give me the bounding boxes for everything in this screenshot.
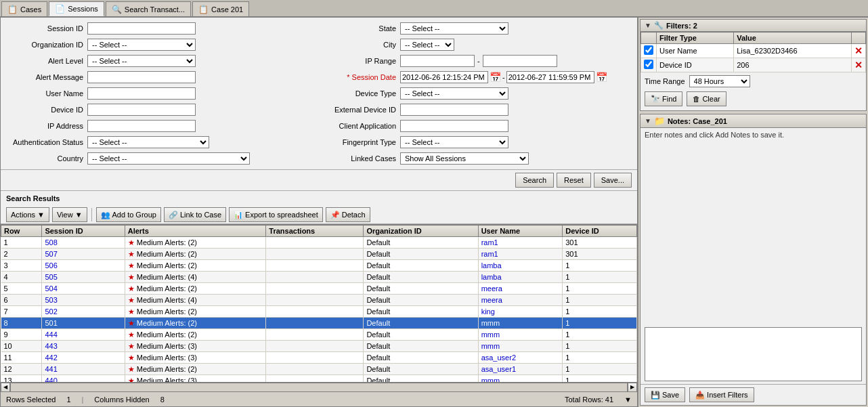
find-button[interactable]: 🔭 Find <box>645 91 682 106</box>
link-to-case-button[interactable]: 🔗 Link to Case <box>164 207 226 222</box>
table-row[interactable]: 5504★ Medium Alerts: (2)Defaultmeera1 <box>1 283 637 295</box>
fingerprint-type-select[interactable]: -- Select -- <box>400 136 508 148</box>
table-row[interactable]: 12441★ Medium Alerts: (2)Defaultasa_user… <box>1 364 637 375</box>
table-row[interactable]: 2507★ Medium Alerts: (2)Defaultram1301 <box>1 249 637 260</box>
form-left-col: Session ID Organization ID -- Select -- … <box>6 20 319 167</box>
table-cell[interactable]: 507 <box>42 249 125 260</box>
actions-button[interactable]: Actions ▼ <box>6 207 49 222</box>
scroll-right-arrow[interactable]: ▶ <box>628 383 637 392</box>
table-cell[interactable]: ram1 <box>478 249 563 260</box>
tab-case201[interactable]: 📋 Case 201 <box>192 1 249 16</box>
clear-button[interactable]: 🗑 Clear <box>687 91 726 106</box>
notes-save-button[interactable]: 💾 Save <box>645 387 685 402</box>
linked-cases-select[interactable]: Show All Sessions <box>400 152 529 165</box>
table-cell[interactable]: 442 <box>42 352 125 364</box>
filter-checkbox[interactable] <box>644 45 653 55</box>
col-session-id[interactable]: Session ID <box>42 226 125 237</box>
ip-range-from[interactable] <box>400 55 475 67</box>
filter-remove-icon[interactable]: ✕ <box>854 45 863 56</box>
table-cell <box>266 306 364 318</box>
table-row[interactable]: 11442★ Medium Alerts: (3)Defaultasa_user… <box>1 352 637 364</box>
org-id-select[interactable]: -- Select -- <box>87 39 196 51</box>
table-cell[interactable]: king <box>478 306 563 318</box>
table-row[interactable]: 6503★ Medium Alerts: (4)Defaultmeera1 <box>1 295 637 306</box>
table-cell[interactable]: 504 <box>42 283 125 295</box>
table-row[interactable]: 3506★ Medium Alerts: (2)Defaultlamba1 <box>1 260 637 272</box>
col-transactions[interactable]: Transactions <box>266 226 364 237</box>
col-org-id[interactable]: Organization ID <box>364 226 478 237</box>
table-cell[interactable]: 440 <box>42 375 125 383</box>
save-button[interactable]: Save... <box>594 173 632 188</box>
h-scroll-track[interactable] <box>10 383 628 392</box>
table-row[interactable]: 1508★ Medium Alerts: (2)Defaultram1301 <box>1 237 637 249</box>
add-to-group-button[interactable]: 👥 Add to Group <box>96 207 161 222</box>
state-select[interactable]: -- Select -- <box>400 22 508 35</box>
table-row[interactable]: 10443★ Medium Alerts: (3)Defaultmmm1 <box>1 341 637 352</box>
country-select[interactable]: -- Select -- <box>87 152 250 165</box>
date-to-input[interactable] <box>506 71 594 83</box>
table-cell[interactable]: meera <box>478 283 563 295</box>
table-cell[interactable]: lamba <box>478 260 563 272</box>
date-from-input[interactable] <box>400 71 488 83</box>
view-button[interactable]: View ▼ <box>52 207 87 222</box>
table-cell[interactable]: asa_user1 <box>478 364 563 375</box>
insert-filters-button[interactable]: 📥 Insert Filters <box>689 387 754 402</box>
date-from-calendar-icon[interactable]: 📅 <box>490 72 501 83</box>
external-device-id-input[interactable] <box>400 104 508 116</box>
table-cell[interactable]: 444 <box>42 329 125 341</box>
ip-address-input[interactable] <box>87 120 196 132</box>
table-cell[interactable]: 441 <box>42 364 125 375</box>
user-name-input[interactable] <box>87 87 196 100</box>
table-cell[interactable]: ram1 <box>478 237 563 249</box>
results-table-container[interactable]: Row Session ID Alerts Transactions Organ… <box>1 224 637 382</box>
table-cell[interactable]: mmm <box>478 329 563 341</box>
table-cell[interactable]: asa_user2 <box>478 352 563 364</box>
ip-range-to[interactable] <box>483 55 557 67</box>
filters-collapse-btn[interactable]: ▼ <box>645 22 651 29</box>
device-type-select[interactable]: -- Select -- <box>400 87 508 100</box>
table-cell[interactable]: 503 <box>42 295 125 306</box>
filter-remove-icon[interactable]: ✕ <box>854 60 863 70</box>
table-row[interactable]: 7502★ Medium Alerts: (2)Defaultking1 <box>1 306 637 318</box>
table-cell[interactable]: 506 <box>42 260 125 272</box>
table-row[interactable]: 8501★ Medium Alerts: (2)Defaultmmm1 <box>1 318 637 329</box>
filter-checkbox[interactable] <box>644 60 653 69</box>
notes-textarea[interactable] <box>645 327 862 381</box>
scroll-down-icon[interactable]: ▼ <box>624 395 632 404</box>
tab-sessions[interactable]: 📄 Sessions <box>49 1 104 16</box>
search-button[interactable]: Search <box>515 173 554 188</box>
export-button[interactable]: 📊 Export to spreadsheet <box>229 207 323 222</box>
table-cell[interactable]: lamba <box>478 272 563 283</box>
table-cell[interactable]: 502 <box>42 306 125 318</box>
table-cell[interactable]: mmm <box>478 375 563 383</box>
date-to-calendar-icon[interactable]: 📅 <box>596 72 607 83</box>
scroll-left-arrow[interactable]: ◀ <box>1 383 10 392</box>
device-id-input[interactable] <box>87 104 196 116</box>
bottom-scroll[interactable]: ◀ ▶ <box>1 382 637 391</box>
session-id-input[interactable] <box>87 22 196 35</box>
table-cell[interactable]: meera <box>478 295 563 306</box>
tab-search-transactions[interactable]: 🔍 Search Transact... <box>106 1 191 16</box>
table-cell[interactable]: 508 <box>42 237 125 249</box>
table-cell[interactable]: mmm <box>478 318 563 329</box>
client-app-input[interactable] <box>400 120 508 132</box>
tab-cases[interactable]: 📋 Cases <box>1 1 47 16</box>
col-alerts[interactable]: Alerts <box>125 226 266 237</box>
table-cell[interactable]: mmm <box>478 341 563 352</box>
notes-collapse-btn[interactable]: ▼ <box>645 117 651 125</box>
col-user-name[interactable]: User Name <box>478 226 563 237</box>
auth-status-select[interactable]: -- Select -- <box>87 136 209 148</box>
alert-message-input[interactable] <box>87 71 196 83</box>
time-range-select[interactable]: 48 Hours <box>689 75 750 87</box>
table-cell[interactable]: 443 <box>42 341 125 352</box>
col-device-id[interactable]: Device ID <box>563 226 637 237</box>
city-select[interactable]: -- Select -- <box>400 39 454 51</box>
table-row[interactable]: 4505★ Medium Alerts: (4)Defaultlamba1 <box>1 272 637 283</box>
table-row[interactable]: 9444★ Medium Alerts: (2)Defaultmmm1 <box>1 329 637 341</box>
table-row[interactable]: 13440★ Medium Alerts: (3)Defaultmmm1 <box>1 375 637 383</box>
table-cell[interactable]: 505 <box>42 272 125 283</box>
table-cell[interactable]: 501 <box>42 318 125 329</box>
reset-button[interactable]: Reset <box>557 173 591 188</box>
detach-button[interactable]: 📌 Detach <box>326 207 370 222</box>
alert-level-select[interactable]: -- Select -- <box>87 55 196 67</box>
